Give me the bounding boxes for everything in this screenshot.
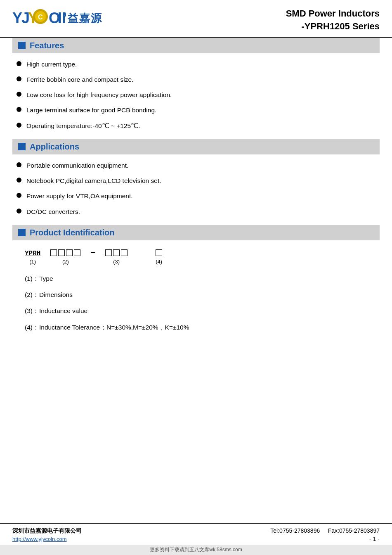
diagram-dash: −	[90, 248, 95, 257]
header: Y J Y C O I N 益嘉源 SMD P	[0, 0, 392, 38]
footer-page: - 1 -	[270, 536, 380, 542]
box-2-4	[74, 249, 80, 256]
list-item: Portable communication equipment.	[12, 158, 380, 173]
bullet-dot	[17, 107, 21, 112]
diagram-part-2: (2)	[50, 249, 80, 265]
svg-text:N: N	[62, 9, 66, 26]
logo-area: Y J Y C O I N 益嘉源	[12, 7, 102, 29]
product-id-diagram: YPRH (1) (2) −	[25, 248, 380, 265]
feature-item-5: Operating temperature:-40℃ ~ +125℃.	[26, 121, 140, 130]
diagram-part-3: (3)	[105, 249, 128, 265]
id-detail-2: (2)：Dimensions	[25, 287, 380, 303]
id-detail-desc-1: Type	[39, 275, 53, 282]
list-item: Notebook PC,digital camera,LCD televisio…	[12, 173, 380, 188]
id-detail-3: (3)：Inductance value	[25, 303, 380, 319]
svg-text:C: C	[38, 14, 43, 21]
box-3-3	[121, 249, 128, 256]
applications-section: Applications Portable communication equi…	[12, 139, 380, 219]
bullet-dot	[17, 123, 21, 128]
feature-item-2: Ferrite bobbin core and compact size.	[26, 75, 133, 84]
diagram-num-3: (3)	[113, 259, 120, 265]
id-detail-num-4: (4)：	[25, 324, 39, 331]
id-detail-desc-2: Dimensions	[39, 291, 73, 298]
footer-tel: Tel:0755-27803896	[270, 527, 320, 534]
title-line1: SMD Power Inductors	[286, 7, 380, 20]
box-4-1	[156, 249, 162, 256]
footer-fax: Fax:0755-27803897	[328, 527, 380, 534]
list-item: Large terminal surface for good PCB bond…	[12, 102, 380, 118]
applications-list: Portable communication equipment. Notebo…	[12, 158, 380, 219]
bullet-dot	[17, 76, 21, 81]
footer-left: 深圳市益嘉源电子有限公司 http://www.yjycoin.com	[12, 527, 82, 542]
app-item-2: Notebook PC,digital camera,LCD televisio…	[26, 176, 161, 185]
id-detail-1: (1)：Type	[25, 270, 380, 287]
diagram-num-4: (4)	[156, 259, 162, 265]
app-item-1: Portable communication equipment.	[26, 161, 128, 170]
feature-item-4: Large terminal surface for good PCB bond…	[26, 105, 156, 115]
main-content: Features High current type. Ferrite bobb…	[0, 38, 392, 523]
bullet-dot	[17, 61, 21, 66]
applications-header: Applications	[12, 139, 380, 154]
id-details: (1)：Type (2)：Dimensions (3)：Inductance v…	[25, 270, 380, 335]
applications-title: Applications	[30, 142, 79, 152]
product-id-header: Product Identification	[12, 225, 380, 240]
diagram-num-2: (2)	[62, 259, 69, 265]
svg-text:Y: Y	[12, 9, 22, 26]
diagram-part-4: (4)	[156, 249, 162, 265]
id-detail-desc-4: Inductance Tolerance；N=±30%,M=±20%，K=±10…	[39, 324, 189, 331]
id-detail-4: (4)：Inductance Tolerance；N=±30%,M=±20%，K…	[25, 319, 380, 335]
features-list: High current type. Ferrite bobbin core a…	[12, 57, 380, 133]
box-2-2	[58, 249, 65, 256]
diagram-code-1: YPRH	[25, 250, 40, 257]
footer-url[interactable]: http://www.yjycoin.com	[12, 536, 82, 542]
features-header: Features	[12, 38, 380, 53]
product-id-icon	[18, 229, 26, 236]
bullet-dot	[17, 178, 21, 183]
logo-cn-text: 益嘉源	[68, 11, 102, 26]
app-item-3: Power supply for VTR,OA equipment.	[26, 191, 133, 201]
features-section: Features High current type. Ferrite bobb…	[12, 38, 380, 133]
list-item: Power supply for VTR,OA equipment.	[12, 188, 380, 204]
list-item: Ferrite bobbin core and compact size.	[12, 72, 380, 87]
footer-company: 深圳市益嘉源电子有限公司	[12, 527, 82, 535]
watermark: 更多资料下载请到五八文库wk.58sms.com	[0, 545, 392, 555]
box-3-2	[113, 249, 120, 256]
footer-contact: Tel:0755-27803896 Fax:0755-27803897	[270, 527, 380, 534]
id-detail-num-2: (2)：	[25, 291, 39, 298]
header-title: SMD Power Inductors -YPRH1205 Series	[286, 7, 380, 33]
title-line2: -YPRH1205 Series	[286, 20, 380, 33]
product-id-section: Product Identification YPRH (1)	[12, 225, 380, 335]
id-detail-num-1: (1)：	[25, 275, 39, 282]
features-icon	[18, 42, 26, 49]
bullet-dot	[17, 193, 21, 198]
diagram-num-1: (1)	[29, 259, 36, 265]
id-detail-desc-3: Inductance value	[39, 307, 87, 314]
list-item: Low core loss for high frequency power a…	[12, 87, 380, 102]
logo-svg: Y J Y C O I N	[12, 7, 66, 29]
list-item: Operating temperature:-40℃ ~ +125℃.	[12, 118, 380, 133]
box-2-1	[50, 249, 57, 256]
bullet-dot	[17, 209, 21, 213]
footer-right: Tel:0755-27803896 Fax:0755-27803897 - 1 …	[270, 527, 380, 542]
list-item: DC/DC converters.	[12, 204, 380, 219]
diagram-part-1: YPRH (1)	[25, 250, 40, 265]
footer: 深圳市益嘉源电子有限公司 http://www.yjycoin.com Tel:…	[0, 523, 392, 545]
applications-icon	[18, 143, 26, 150]
box-3-1	[105, 249, 112, 256]
product-id-title: Product Identification	[30, 228, 115, 237]
features-title: Features	[30, 41, 64, 50]
box-2-3	[66, 249, 73, 256]
app-item-4: DC/DC converters.	[26, 207, 80, 216]
page: Y J Y C O I N 益嘉源 SMD P	[0, 0, 392, 555]
id-detail-num-3: (3)：	[25, 307, 39, 314]
bullet-dot	[17, 162, 21, 167]
feature-item-1: High current type.	[26, 59, 77, 69]
watermark-text: 更多资料下载请到五八文库wk.58sms.com	[150, 547, 242, 553]
feature-item-3: Low core loss for high frequency power a…	[26, 90, 172, 100]
bullet-dot	[17, 92, 21, 97]
svg-text:I: I	[58, 9, 62, 26]
list-item: High current type.	[12, 57, 380, 72]
